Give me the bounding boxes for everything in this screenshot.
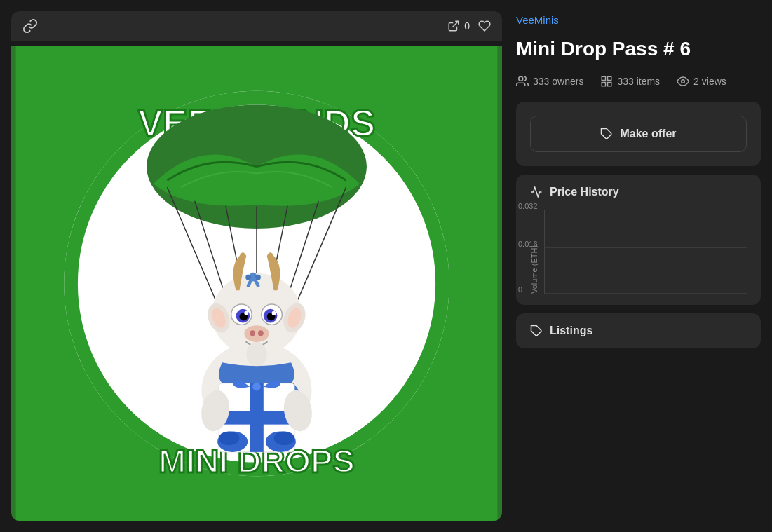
svg-point-52 <box>682 79 685 83</box>
grid-label-mid: 0.016 <box>518 240 538 248</box>
svg-point-29 <box>244 311 248 315</box>
svg-point-34 <box>250 330 255 336</box>
collection-name[interactable]: VeeMinis <box>516 14 761 26</box>
svg-rect-48 <box>602 76 606 80</box>
views-stat: 2 views <box>677 75 726 88</box>
chart-content: 0.032 0.016 0 <box>544 210 747 294</box>
svg-point-22 <box>245 275 251 280</box>
svg-rect-50 <box>602 82 606 86</box>
make-offer-button[interactable]: Make offer <box>530 116 747 152</box>
grid-icon <box>600 75 613 88</box>
svg-point-21 <box>255 275 261 280</box>
share-icon <box>447 20 460 32</box>
svg-point-47 <box>519 76 523 81</box>
right-panel: VeeMinis Mini Drop Pass # 6 333 owners <box>516 11 761 521</box>
chart-grid: 0.032 0.016 0 <box>544 210 747 294</box>
stats-row: 333 owners 333 items 2 views <box>516 75 761 88</box>
owners-stat: 333 owners <box>516 75 583 88</box>
chain-icon <box>22 18 38 34</box>
share-button[interactable]: 0 <box>447 20 470 32</box>
chain-link-button[interactable] <box>22 18 38 34</box>
y-axis-label: Volume (ETH) <box>530 210 539 294</box>
grid-label-low: 0 <box>518 285 522 294</box>
eye-icon <box>677 75 689 88</box>
price-history-title: Price History <box>550 186 619 198</box>
svg-rect-49 <box>608 76 611 80</box>
svg-point-30 <box>272 311 276 315</box>
price-history-section: Price History Volume (ETH) 0.032 0.016 0 <box>516 175 761 305</box>
grid-line-mid: 0.016 <box>545 247 747 248</box>
tag-icon <box>600 128 613 140</box>
favorite-button[interactable] <box>478 20 491 32</box>
share-count: 0 <box>464 20 470 32</box>
items-count: 333 items <box>617 76 660 87</box>
svg-line-0 <box>453 21 459 27</box>
svg-rect-51 <box>608 82 611 86</box>
image-toolbar: 0 <box>11 11 502 41</box>
make-offer-section: Make offer <box>516 102 761 166</box>
listings-header[interactable]: Listings <box>530 325 747 337</box>
make-offer-label: Make offer <box>620 128 676 140</box>
nft-title: Mini Drop Pass # 6 <box>516 37 761 61</box>
heart-icon <box>478 20 491 32</box>
svg-point-45 <box>219 431 239 445</box>
svg-point-40 <box>252 383 261 391</box>
owners-icon <box>516 75 529 88</box>
svg-point-46 <box>274 431 294 445</box>
grid-line-bot: 0 <box>545 293 747 294</box>
listings-section: Listings <box>516 313 761 348</box>
items-stat: 333 items <box>600 75 660 88</box>
price-history-header[interactable]: Price History <box>530 186 747 198</box>
svg-rect-39 <box>219 411 294 425</box>
toolbar-right: 0 <box>447 20 491 32</box>
listings-title: Listings <box>550 325 592 337</box>
toolbar-left <box>22 18 38 34</box>
owners-count: 333 owners <box>533 76 583 87</box>
listings-tag-icon <box>530 325 543 337</box>
svg-point-36 <box>246 342 266 367</box>
nft-image: VEEFRIENDS MINI DROPS <box>11 46 502 521</box>
grid-label-high: 0.032 <box>518 202 538 210</box>
svg-point-35 <box>258 330 264 336</box>
svg-point-33 <box>244 325 269 342</box>
chart-area: Volume (ETH) 0.032 0.016 0 <box>530 210 747 294</box>
grid-line-top: 0.032 <box>545 210 747 210</box>
views-count: 2 views <box>693 76 726 87</box>
left-panel: 0 VEEFRIENDS <box>11 11 502 521</box>
activity-icon <box>530 186 543 198</box>
